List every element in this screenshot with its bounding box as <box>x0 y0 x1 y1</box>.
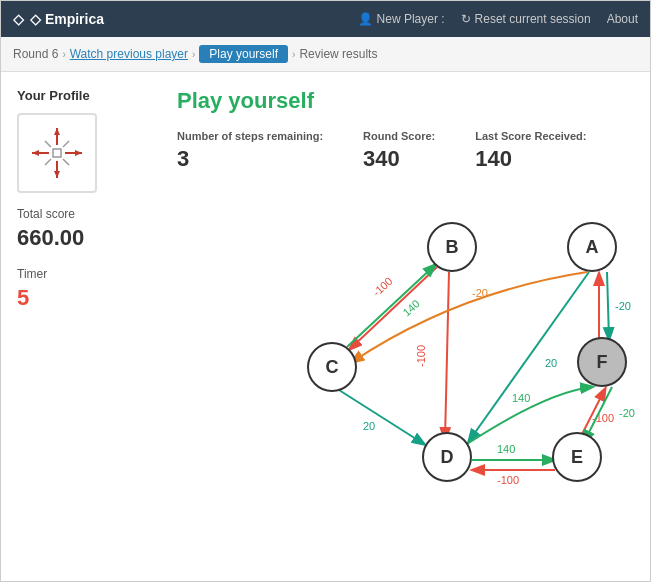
breadcrumb-play[interactable]: Play yourself <box>199 45 288 63</box>
round-score-label: Round Score: <box>363 130 435 142</box>
steps-stat: Number of steps remaining: 3 <box>177 130 323 172</box>
svg-text:-100: -100 <box>497 474 519 486</box>
graph-area: -100 140 -100 -20 20 -20 <box>177 192 637 512</box>
breadcrumb: Round 6 › Watch previous player › Play y… <box>1 37 650 72</box>
main-content: Your Profile Total sc <box>1 72 650 528</box>
last-score-label: Last Score Received: <box>475 130 586 142</box>
avatar-svg <box>27 123 87 183</box>
svg-line-17 <box>445 272 449 439</box>
node-E[interactable]: E <box>552 432 602 482</box>
node-F[interactable]: F <box>577 337 627 387</box>
svg-line-9 <box>45 141 51 147</box>
about-link[interactable]: About <box>607 12 638 26</box>
logo-text: ◇ Empirica <box>30 11 104 27</box>
svg-text:-100: -100 <box>415 345 427 367</box>
svg-marker-1 <box>54 128 60 135</box>
node-D[interactable]: D <box>422 432 472 482</box>
logo-icon: ◇ <box>13 11 24 27</box>
breadcrumb-review: Review results <box>299 47 377 61</box>
new-player-link[interactable]: 👤 New Player : <box>358 12 445 26</box>
breadcrumb-sep-3: › <box>292 49 295 60</box>
breadcrumb-sep-1: › <box>62 49 65 60</box>
svg-text:-20: -20 <box>615 300 631 312</box>
svg-line-12 <box>63 159 69 165</box>
svg-text:-20: -20 <box>472 287 488 299</box>
node-C[interactable]: C <box>307 342 357 392</box>
profile-avatar <box>17 113 97 193</box>
user-icon: 👤 <box>358 12 373 26</box>
round-score-stat: Round Score: 340 <box>363 130 435 172</box>
refresh-icon: ↻ <box>461 12 471 26</box>
breadcrumb-sep-2: › <box>192 49 195 60</box>
svg-marker-7 <box>75 150 82 156</box>
svg-line-10 <box>63 141 69 147</box>
timer-value: 5 <box>17 285 177 311</box>
node-A[interactable]: A <box>567 222 617 272</box>
svg-text:140: 140 <box>400 297 422 318</box>
app-logo: ◇ ◇ Empirica <box>13 11 104 27</box>
svg-text:140: 140 <box>512 392 530 404</box>
svg-marker-3 <box>54 171 60 178</box>
header-nav: 👤 New Player : ↻ Reset current session A… <box>358 12 638 26</box>
svg-text:20: 20 <box>545 357 557 369</box>
svg-marker-5 <box>32 150 39 156</box>
svg-line-22 <box>607 272 609 339</box>
svg-rect-8 <box>53 149 61 157</box>
breadcrumb-watch[interactable]: Watch previous player <box>70 47 188 61</box>
last-score-value: 140 <box>475 146 586 172</box>
svg-line-25 <box>339 390 424 444</box>
svg-text:-100: -100 <box>370 275 394 299</box>
last-score-stat: Last Score Received: 140 <box>475 130 586 172</box>
steps-value: 3 <box>177 146 323 172</box>
breadcrumb-round: Round 6 <box>13 47 58 61</box>
app-header: ◇ ◇ Empirica 👤 New Player : ↻ Reset curr… <box>1 1 650 37</box>
svg-text:20: 20 <box>363 420 375 432</box>
svg-text:-20: -20 <box>619 407 635 419</box>
svg-text:140: 140 <box>497 443 515 455</box>
timer-label: Timer <box>17 267 177 281</box>
profile-title: Your Profile <box>17 88 177 103</box>
right-panel: Play yourself Number of steps remaining:… <box>177 88 637 512</box>
round-score-value: 340 <box>363 146 435 172</box>
total-score-label: Total score <box>17 207 177 221</box>
total-score-value: 660.00 <box>17 225 177 251</box>
svg-line-11 <box>45 159 51 165</box>
reset-session-link[interactable]: ↻ Reset current session <box>461 12 591 26</box>
left-panel: Your Profile Total sc <box>17 88 177 512</box>
steps-label: Number of steps remaining: <box>177 130 323 142</box>
node-B[interactable]: B <box>427 222 477 272</box>
play-title: Play yourself <box>177 88 637 114</box>
stats-row: Number of steps remaining: 3 Round Score… <box>177 130 637 172</box>
